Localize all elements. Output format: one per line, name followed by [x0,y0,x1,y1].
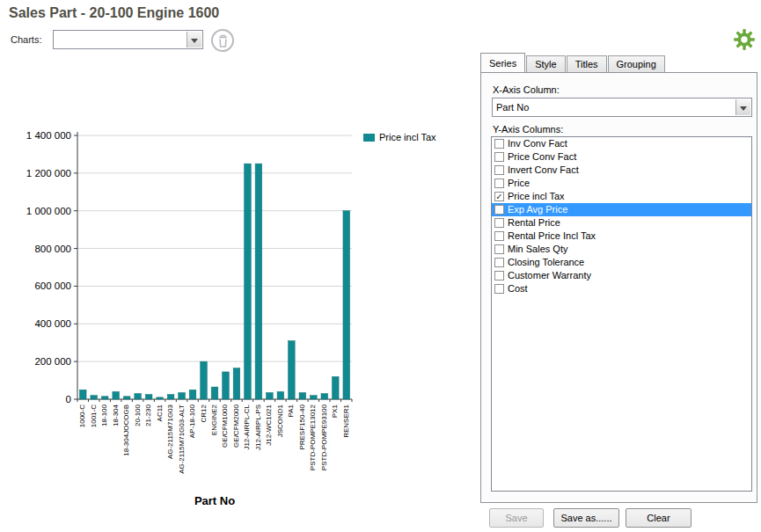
clear-button[interactable]: Clear [626,508,691,528]
y-tick-label: 0 [66,394,71,404]
y-column-label: Cost [508,282,528,295]
y-column-item[interactable]: Exp Avg Price [492,203,751,216]
y-tick-label: 1 000 000 [26,206,71,216]
checkbox-unchecked[interactable] [494,205,504,215]
chevron-down-icon[interactable] [735,99,750,115]
bar [233,368,240,399]
y-column-item[interactable]: Rental Price [492,216,751,230]
x-tick-label: 18-304 [112,404,120,426]
y-column-label: Price incl Tax [508,190,565,203]
x-axis-column-label: X-Axis Column: [493,84,560,95]
checkbox-unchecked[interactable] [494,271,504,281]
bar [91,396,98,399]
checkbox-unchecked[interactable] [494,231,504,241]
y-column-item[interactable]: Closing Tolerance [492,256,751,269]
checkbox-unchecked[interactable] [494,284,504,294]
y-axis-columns-list[interactable]: Inv Conv FactPrice Conv FactInvert Conv … [491,136,752,492]
y-column-label: Invert Conv Fact [508,164,579,177]
x-tick-label: CR12 [200,404,208,422]
y-column-label: Rental Price [508,216,560,230]
save-button[interactable]: Save [489,508,544,528]
y-column-item[interactable]: Inv Conv Fact [492,137,751,150]
y-tick-label: 200 000 [34,356,71,367]
bar [223,372,230,399]
checkbox-unchecked[interactable] [494,218,504,228]
x-tick-label: JSCOND1 [276,404,284,437]
chevron-down-icon[interactable] [187,32,201,47]
checkbox-unchecked[interactable] [494,258,504,267]
y-tick-label: 1 400 000 [26,130,71,141]
y-column-label: Price Conv Fact [508,150,576,164]
x-tick-label: 20-100 [134,404,142,426]
y-column-item[interactable]: Min Sales Qty [492,243,751,256]
save-as-button[interactable]: Save as...... [553,508,619,528]
x-tick-label: AP-18-100 [188,404,196,438]
x-tick-label: 21-230 [144,404,152,426]
bar [179,393,186,400]
y-column-item[interactable]: Invert Conv Fact [492,164,751,177]
x-tick-label: ENGINE2 [210,404,218,435]
y-column-item[interactable]: ✓Price incl Tax [492,190,751,203]
y-tick-label: 1 200 000 [26,168,71,179]
bar [277,391,284,399]
chart-canvas: 0200 000400 000600 000800 0001 000 0001 … [23,121,467,526]
tab-titles[interactable]: Titles [567,55,607,72]
y-column-label: Rental Price Incl Tax [508,230,596,243]
bar [167,395,174,399]
y-column-item[interactable]: Price [492,177,751,190]
checkbox-unchecked[interactable] [494,165,504,175]
bar [255,164,262,399]
page-title: Sales Part - 20-100 Engine 1600 [9,5,219,21]
y-column-item[interactable]: Rental Price Incl Tax [492,230,751,243]
x-tick-label: 1001-C [90,404,98,427]
y-column-item[interactable]: Price Conv Fact [492,150,751,164]
x-tick-label: J12-AIRPL-CL [243,404,251,449]
x-tick-label: GE/CFM1000 [221,404,229,447]
bar-chart: 0200 000400 000600 000800 0001 000 0001 … [23,121,467,526]
x-tick-label: PSTD-POMPE13012 [309,404,317,470]
checkbox-checked[interactable]: ✓ [494,192,504,201]
y-tick-label: 600 000 [34,281,71,291]
bar [299,393,306,400]
x-tick-label: AG-2115M71G03 [166,404,174,459]
series-tab-panel: X-Axis Column: Part No Y-Axis Columns: I… [480,72,757,503]
y-column-label: Price [508,177,530,190]
checkbox-unchecked[interactable] [494,139,504,149]
y-column-item[interactable]: Cost [492,282,751,295]
x-tick-label: PSTD-POMPE93100 [320,404,328,470]
charts-label: Charts: [11,34,41,45]
y-column-label: Exp Avg Price [508,203,567,216]
delete-chart-button[interactable] [211,29,234,52]
checkbox-unchecked[interactable] [494,179,504,188]
bar [135,394,142,399]
x-axis-title: Part No [194,494,235,507]
checkbox-unchecked[interactable] [494,152,504,162]
panel-tabs: Series Style Titles Grouping [480,54,666,72]
bar [332,376,339,399]
y-column-item[interactable]: Customer Warranty [492,269,751,282]
y-column-label: Inv Conv Fact [508,137,567,150]
tab-series[interactable]: Series [480,53,525,72]
bar [123,397,130,399]
x-tick-label: AG-2115M71G03-ALT [178,404,186,474]
y-tick-label: 800 000 [34,244,71,254]
x-axis-column-value: Part No [496,102,529,113]
x-axis-column-dropdown[interactable]: Part No [492,98,752,117]
y-column-label: Customer Warranty [508,269,591,282]
x-tick-label: J12-AIRPL-PS [254,404,262,450]
x-tick-label: J12-WC1021 [265,404,273,445]
x-tick-label: PX1 [331,404,339,418]
bar [113,391,120,399]
bar [245,164,252,399]
tab-grouping[interactable]: Grouping [608,55,665,72]
y-column-label: Min Sales Qty [508,243,567,256]
bar [311,396,318,399]
settings-button[interactable] [733,28,756,51]
x-tick-label: GE/CFM2000 [232,404,240,447]
charts-dropdown[interactable] [53,30,203,49]
checkbox-unchecked[interactable] [494,244,504,254]
bar [289,341,296,399]
x-tick-label: AC11 [156,404,164,421]
bar [145,395,152,399]
tab-style[interactable]: Style [526,55,565,72]
